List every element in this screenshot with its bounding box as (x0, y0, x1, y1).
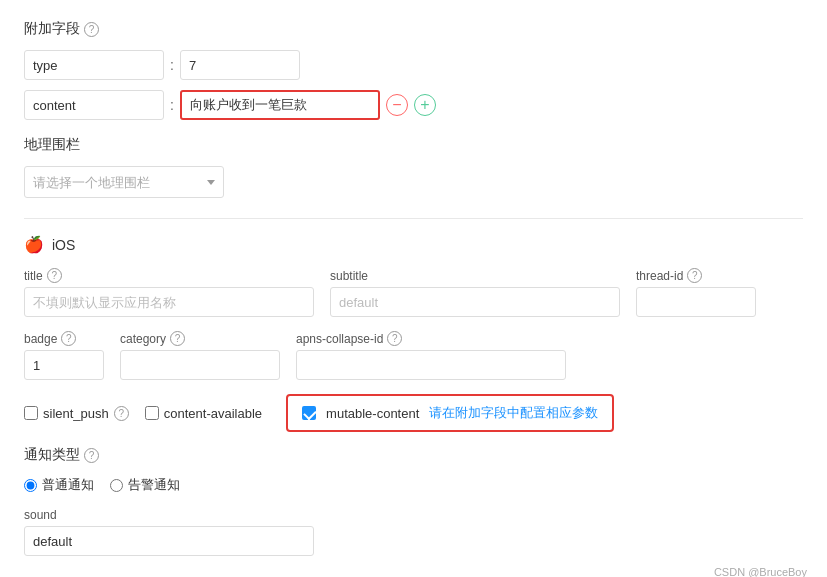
addon-fields-title: 附加字段 (24, 20, 80, 38)
notification-type-title-row: 通知类型 ? (24, 446, 803, 464)
geo-fence-title-row: 地理围栏 (24, 136, 803, 154)
badge-label: badge ? (24, 331, 104, 346)
addon-field-row-1: : − + (24, 90, 803, 120)
category-input[interactable] (120, 350, 280, 380)
title-field: title ? (24, 268, 314, 317)
geo-fence-title: 地理围栏 (24, 136, 80, 154)
sound-label: sound (24, 508, 314, 522)
normal-notification-item: 普通通知 (24, 476, 94, 494)
sound-field: sound (24, 508, 314, 556)
category-label: category ? (120, 331, 280, 346)
apple-icon: 🍎 (24, 235, 44, 254)
addon-fields-help-icon[interactable]: ? (84, 22, 99, 37)
apns-collapse-input[interactable] (296, 350, 566, 380)
notification-type-title: 通知类型 (24, 446, 80, 464)
subtitle-input[interactable] (330, 287, 620, 317)
apns-collapse-field: apns-collapse-id ? (296, 331, 566, 380)
badge-input[interactable] (24, 350, 104, 380)
alert-notification-label: 告警通知 (128, 476, 180, 494)
geo-fence-section: 地理围栏 请选择一个地理围栏 (24, 136, 803, 198)
ios-header: 🍎 iOS (24, 235, 803, 254)
normal-notification-radio[interactable] (24, 479, 37, 492)
colon-1: : (170, 97, 174, 113)
colon-0: : (170, 57, 174, 73)
addon-field-key-0[interactable] (24, 50, 164, 80)
addon-field-value-1[interactable] (180, 90, 380, 120)
category-help-icon[interactable]: ? (170, 331, 185, 346)
add-field-button[interactable]: + (414, 94, 436, 116)
badge-help-icon[interactable]: ? (61, 331, 76, 346)
alert-notification-item: 告警通知 (110, 476, 180, 494)
ios-row-2: badge ? category ? apns-collapse-id ? (24, 331, 803, 380)
content-available-item: content-available (145, 406, 262, 421)
thread-id-input[interactable] (636, 287, 756, 317)
content-available-label: content-available (164, 406, 262, 421)
addon-fields-section: 附加字段 ? (24, 20, 803, 38)
thread-id-field: thread-id ? (636, 268, 756, 317)
notification-type-radio-row: 普通通知 告警通知 (24, 476, 803, 494)
notification-type-section: 通知类型 ? 普通通知 告警通知 (24, 446, 803, 494)
silent-push-checkbox[interactable] (24, 406, 38, 420)
thread-id-help-icon[interactable]: ? (687, 268, 702, 283)
addon-field-value-0[interactable] (180, 50, 300, 80)
normal-notification-label: 普通通知 (42, 476, 94, 494)
ios-checkbox-row: silent_push ? content-available mutable-… (24, 394, 803, 432)
mutable-content-label: mutable-content (326, 406, 419, 421)
title-help-icon[interactable]: ? (47, 268, 62, 283)
silent-push-item: silent_push ? (24, 406, 129, 421)
title-input[interactable] (24, 287, 314, 317)
remove-field-button[interactable]: − (386, 94, 408, 116)
sound-row: sound (24, 508, 803, 556)
apns-collapse-label: apns-collapse-id ? (296, 331, 566, 346)
subtitle-label: subtitle (330, 269, 620, 283)
subtitle-field: subtitle (330, 269, 620, 317)
notification-type-help-icon[interactable]: ? (84, 448, 99, 463)
category-field: category ? (120, 331, 280, 380)
apns-help-icon[interactable]: ? (387, 331, 402, 346)
watermark: CSDN @BruceBoy (714, 566, 807, 577)
sound-input[interactable] (24, 526, 314, 556)
silent-push-label: silent_push (43, 406, 109, 421)
ios-section: 🍎 iOS title ? subtitle thread-id ? (24, 235, 803, 556)
mutable-content-link[interactable]: 请在附加字段中配置相应参数 (429, 404, 598, 422)
content-available-checkbox[interactable] (145, 406, 159, 420)
silent-push-help-icon[interactable]: ? (114, 406, 129, 421)
ios-row-1: title ? subtitle thread-id ? (24, 268, 803, 317)
mutable-content-checkbox[interactable] (302, 406, 316, 420)
addon-field-key-1[interactable] (24, 90, 164, 120)
title-label: title ? (24, 268, 314, 283)
alert-notification-radio[interactable] (110, 479, 123, 492)
thread-id-label: thread-id ? (636, 268, 756, 283)
badge-field: badge ? (24, 331, 104, 380)
mutable-content-box: mutable-content 请在附加字段中配置相应参数 (286, 394, 614, 432)
addon-field-row-0: : (24, 50, 803, 80)
section-divider (24, 218, 803, 219)
geo-fence-select[interactable]: 请选择一个地理围栏 (24, 166, 224, 198)
ios-label: iOS (52, 237, 75, 253)
